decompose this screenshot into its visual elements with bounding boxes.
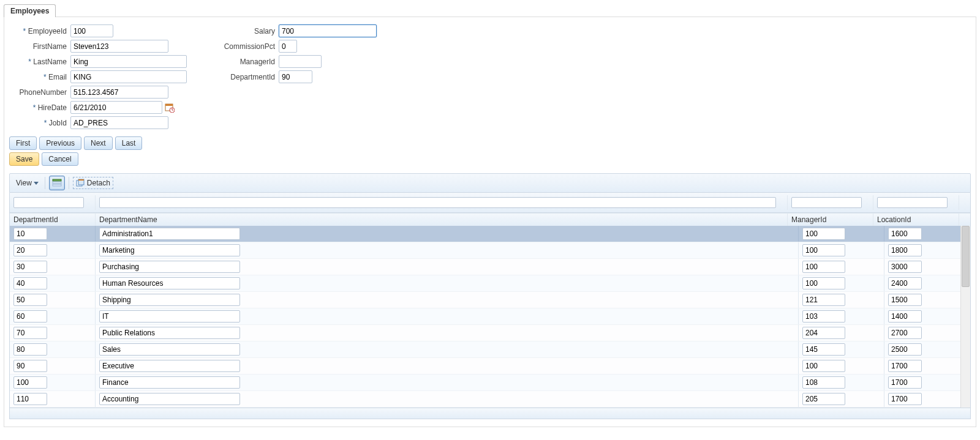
cell-departmentname-input[interactable]	[99, 360, 240, 372]
cell-departmentid-input[interactable]	[13, 327, 47, 339]
cell-locationid-input[interactable]	[888, 393, 922, 405]
detach-icon	[76, 179, 85, 187]
grid-footer	[10, 408, 970, 419]
cell-locationid-input[interactable]	[888, 327, 922, 339]
tab-label: Employees	[10, 7, 49, 15]
first-button[interactable]: First	[9, 136, 37, 150]
table-row[interactable]	[10, 325, 970, 341]
table-toolbar: View Detach	[9, 173, 971, 193]
cell-departmentid-input[interactable]	[13, 376, 47, 389]
table-row[interactable]	[10, 292, 970, 308]
cell-managerid-input[interactable]	[802, 376, 845, 389]
cell-managerid-input[interactable]	[802, 310, 845, 323]
cell-locationid-input[interactable]	[888, 228, 922, 240]
cell-departmentid-input[interactable]	[13, 244, 47, 256]
cell-managerid-input[interactable]	[802, 244, 845, 256]
header-departmentname[interactable]: DepartmentName	[96, 213, 788, 226]
cell-locationid-input[interactable]	[888, 360, 922, 372]
phone-field[interactable]	[70, 86, 168, 99]
view-menu[interactable]: View	[13, 177, 41, 188]
cell-departmentid-input[interactable]	[13, 360, 47, 372]
table-row[interactable]	[10, 375, 970, 391]
cell-departmentid-input[interactable]	[13, 310, 47, 323]
cell-departmentname-input[interactable]	[99, 261, 240, 273]
hireDate-field[interactable]	[70, 101, 162, 114]
cell-locationid-input[interactable]	[888, 343, 922, 356]
scroll-thumb[interactable]	[962, 226, 970, 287]
cell-departmentname-input[interactable]	[99, 294, 240, 306]
previous-button[interactable]: Previous	[39, 136, 81, 150]
commissionPct-field[interactable]	[279, 40, 297, 53]
table-row[interactable]	[10, 242, 970, 259]
cell-departmentname-input[interactable]	[99, 327, 240, 339]
vertical-scrollbar[interactable]	[960, 226, 970, 408]
table-row[interactable]	[10, 308, 970, 325]
table-row[interactable]	[10, 391, 970, 408]
header-locationid[interactable]: LocationId	[873, 213, 959, 226]
filter-managerid-input[interactable]	[791, 197, 862, 208]
cell-departmentid-input[interactable]	[13, 343, 47, 356]
cell-locationid-input[interactable]	[888, 244, 922, 256]
cell-departmentid-input[interactable]	[13, 261, 47, 273]
cell-departmentname-input[interactable]	[99, 228, 240, 240]
departmentId-field[interactable]	[279, 70, 312, 83]
cell-departmentname-input[interactable]	[99, 310, 240, 323]
managerId-field[interactable]	[279, 55, 322, 68]
cell-departmentid-input[interactable]	[13, 393, 47, 405]
jobId-label: JobId	[9, 119, 70, 127]
table-row[interactable]	[10, 226, 970, 242]
calendar-icon[interactable]	[165, 103, 175, 113]
save-button[interactable]: Save	[9, 152, 39, 166]
cell-departmentid-input[interactable]	[13, 294, 47, 306]
cell-locationid-input[interactable]	[888, 294, 922, 306]
email-field[interactable]	[70, 70, 187, 83]
cell-managerid-input[interactable]	[802, 261, 845, 273]
cell-managerid-input[interactable]	[802, 360, 845, 372]
cell-locationid-input[interactable]	[888, 376, 922, 389]
cell-managerid-input[interactable]	[802, 277, 845, 289]
cell-departmentname-input[interactable]	[99, 343, 240, 356]
cell-managerid-input[interactable]	[802, 393, 845, 405]
filter-locationid-input[interactable]	[877, 197, 948, 208]
cell-departmentname-input[interactable]	[99, 244, 240, 256]
cell-locationid-input[interactable]	[888, 277, 922, 289]
cell-departmentid-input[interactable]	[13, 277, 47, 289]
cell-managerid-input[interactable]	[802, 343, 845, 356]
header-managerid[interactable]: ManagerId	[788, 213, 873, 226]
table-row[interactable]	[10, 259, 970, 275]
detach-button[interactable]: Detach	[73, 177, 113, 189]
table-row[interactable]	[10, 341, 970, 358]
view-label: View	[16, 179, 32, 187]
query-by-example-button[interactable]	[49, 176, 65, 190]
cell-departmentname-input[interactable]	[99, 376, 240, 389]
header-departmentid[interactable]: DepartmentId	[10, 213, 96, 226]
firstName-label: FirstName	[9, 42, 70, 51]
table-row[interactable]	[10, 275, 970, 292]
email-label: Email	[9, 73, 70, 81]
cell-managerid-input[interactable]	[802, 327, 845, 339]
cell-departmentid-input[interactable]	[13, 228, 47, 240]
cell-managerid-input[interactable]	[802, 294, 845, 306]
cell-managerid-input[interactable]	[802, 228, 845, 240]
lastName-field[interactable]	[70, 55, 187, 68]
next-label: Next	[91, 139, 106, 147]
cell-departmentname-input[interactable]	[99, 277, 240, 289]
hireDate-label: HireDate	[9, 103, 70, 112]
jobId-field[interactable]	[70, 116, 168, 129]
filter-departmentname-input[interactable]	[99, 197, 776, 208]
cell-locationid-input[interactable]	[888, 261, 922, 273]
salary-field[interactable]	[279, 24, 377, 37]
employeeId-field[interactable]	[70, 24, 113, 37]
svg-rect-8	[78, 179, 84, 181]
tab-employees[interactable]: Employees	[4, 4, 56, 17]
firstName-field[interactable]	[70, 40, 168, 53]
toolbar-separator	[45, 177, 45, 189]
grid-filter-row	[10, 193, 970, 213]
next-button[interactable]: Next	[84, 136, 113, 150]
cancel-button[interactable]: Cancel	[42, 152, 78, 166]
filter-departmentid-input[interactable]	[13, 197, 84, 208]
cell-departmentname-input[interactable]	[99, 393, 240, 405]
last-button[interactable]: Last	[115, 136, 143, 150]
table-row[interactable]	[10, 358, 970, 375]
cell-locationid-input[interactable]	[888, 310, 922, 323]
